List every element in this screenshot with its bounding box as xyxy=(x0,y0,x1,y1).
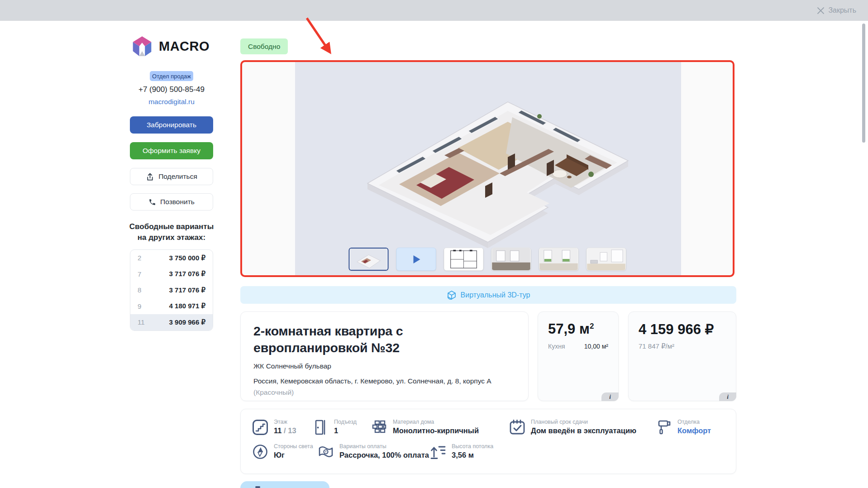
thumbnail-3d-floorplan[interactable] xyxy=(349,248,389,271)
top-bar: Закрыть xyxy=(0,0,868,21)
calendar-check-icon xyxy=(509,419,525,435)
feature-ceiling: Высота потолка 3,56 м xyxy=(429,443,493,460)
price-card: 4 159 966 ₽ 71 847 ₽/м² i xyxy=(628,311,736,401)
feature-completion: Плановый срок сдачи Дом введён в эксплуа… xyxy=(509,419,655,435)
floor-row[interactable]: 9 4 180 971 ₽ xyxy=(130,298,213,315)
thumbnail-photo-1-image xyxy=(492,248,531,270)
address-note: (Красочный) xyxy=(253,388,515,397)
kitchen-label: Кухня xyxy=(548,343,565,350)
feature-material: Материал дома Монолитно-кирпичный xyxy=(371,419,509,435)
info-icon[interactable]: i xyxy=(719,392,736,401)
compass-icon xyxy=(252,443,268,460)
info-icon[interactable]: i xyxy=(601,392,619,401)
total-area-value: 57,9 м2 xyxy=(548,321,608,337)
kitchen-value: 10,00 м² xyxy=(584,343,608,350)
banknote-icon xyxy=(317,443,334,460)
door-icon xyxy=(312,419,329,435)
feature-floor: Этаж 11 / 13 xyxy=(252,419,312,435)
close-icon xyxy=(817,7,824,14)
share-label: Поделиться xyxy=(158,172,197,181)
thumbnail-2d-floorplan[interactable] xyxy=(444,248,484,271)
close-label: Закрыть xyxy=(828,6,856,14)
brand-logo: MACRO xyxy=(131,35,210,57)
play-icon xyxy=(411,254,421,264)
details-card: Этаж 11 / 13 Подъезд 1 xyxy=(240,409,736,474)
listing-address: Россия, Кемеровская область, г. Кемерово… xyxy=(253,376,515,386)
phone-number: +7 (900) 500-85-49 xyxy=(107,85,236,94)
thumbnail-video[interactable] xyxy=(396,248,436,271)
ceiling-height-icon xyxy=(429,443,446,460)
macro-logo-icon xyxy=(131,35,153,57)
thumbnail-photo-3-image xyxy=(587,248,626,270)
bottom-tab-icon xyxy=(255,486,260,488)
paint-roller-icon xyxy=(655,419,672,435)
website-link[interactable]: macrodigital.ru xyxy=(107,98,236,106)
price-per-m2: 71 847 ₽/м² xyxy=(639,342,726,350)
brand-name: MACRO xyxy=(159,39,210,54)
stairs-icon xyxy=(252,419,268,435)
scrollbar-thumb[interactable] xyxy=(862,24,865,143)
thumbnail-photo-2-image xyxy=(539,248,578,270)
status-badge: Свободно xyxy=(240,38,288,54)
virtual-tour-button[interactable]: Виртуальный 3D-тур xyxy=(240,286,736,304)
cube-3d-icon xyxy=(447,290,457,300)
share-button[interactable]: Поделиться xyxy=(130,168,213,185)
thumbnail-3d-floorplan-image xyxy=(350,249,388,270)
feature-orientation: Стороны света Юг xyxy=(252,443,317,460)
floor-row[interactable]: 7 3 717 076 ₽ xyxy=(130,266,213,282)
call-label: Позвонить xyxy=(160,198,195,206)
close-button[interactable]: Закрыть xyxy=(817,0,856,21)
finish-link[interactable]: Комфорт xyxy=(677,426,711,435)
floors-heading: Свободные варианты на других этажах: xyxy=(107,221,236,243)
apply-button[interactable]: Оформить заявку xyxy=(130,142,213,159)
listing-card: 2-комнатная квартира с европланировкой №… xyxy=(240,311,529,401)
price-value: 4 159 966 ₽ xyxy=(639,321,726,338)
floor-row[interactable]: 2 3 750 000 ₽ xyxy=(130,250,213,266)
virtual-tour-label: Виртуальный 3D-тур xyxy=(461,291,530,299)
thumbnail-interior-photo-1[interactable] xyxy=(491,248,531,271)
floor-row[interactable]: 8 3 717 076 ₽ xyxy=(130,282,213,298)
complex-name: ЖК Солнечный бульвар xyxy=(253,362,515,370)
thumbnail-interior-photo-2[interactable] xyxy=(539,248,579,271)
bricks-icon xyxy=(371,419,387,435)
bottom-section-tab[interactable] xyxy=(240,481,329,488)
call-button[interactable]: Позвонить xyxy=(130,193,213,211)
floors-list: 2 3 750 000 ₽ 7 3 717 076 ₽ 8 3 717 076 … xyxy=(130,249,213,331)
feature-finish: Отделка Комфорт xyxy=(655,419,711,435)
photo-carousel[interactable] xyxy=(240,60,734,277)
annotation-arrow xyxy=(294,15,348,65)
kitchen-area-row: Кухня 10,00 м² xyxy=(548,343,608,350)
floor-row-selected[interactable]: 11 3 909 966 ₽ xyxy=(130,314,213,330)
share-icon xyxy=(146,172,154,181)
area-card: 57,9 м2 Кухня 10,00 м² i xyxy=(538,311,619,401)
thumbnail-interior-photo-3[interactable] xyxy=(587,248,626,271)
thumbnail-2d-floorplan-image xyxy=(444,248,483,270)
phone-icon xyxy=(148,198,156,206)
floorplan-3d-photo xyxy=(295,62,681,275)
listing-title: 2-комнатная квартира с европланировкой №… xyxy=(253,323,515,356)
feature-entrance: Подъезд 1 xyxy=(312,419,371,435)
property-page: Закрыть MACRO Отдел продаж +7 (900) 500-… xyxy=(0,0,868,488)
feature-payment: Варианты оплаты Рассрочка, 100% оплата xyxy=(317,443,429,460)
sales-dept-badge: Отдел продаж xyxy=(150,71,193,81)
thumbnail-strip xyxy=(349,248,626,271)
book-button[interactable]: Забронировать xyxy=(130,116,213,134)
